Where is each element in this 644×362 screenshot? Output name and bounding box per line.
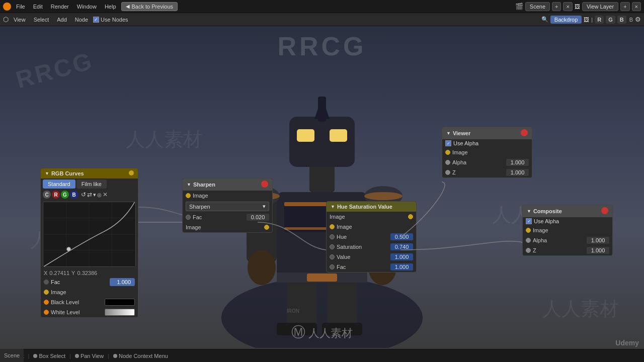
channel-c-btn[interactable]: C [43, 191, 51, 199]
composite-title: Composite [533, 208, 562, 214]
sharpen-icon: ▼ [187, 182, 191, 187]
svg-rect-22 [330, 129, 347, 142]
viewer-alpha-checkbox[interactable]: ✓ [445, 140, 451, 146]
image-input-row: Image [41, 287, 138, 297]
white-level-row: White Level [41, 307, 138, 317]
sharpen-out-label: Image [186, 224, 201, 230]
fac-row: Fac 1.000 [41, 277, 138, 287]
scene-bottom-label: Scene [4, 352, 20, 358]
menu-edit[interactable]: Edit [30, 3, 46, 11]
viewer-z-socket [445, 170, 450, 175]
menu-render[interactable]: Render [48, 3, 72, 11]
sharpen-fac-value[interactable]: 0.020 [247, 214, 269, 221]
sharpen-fac-row: Fac 0.020 [183, 212, 272, 222]
viewer-icon: ▼ [446, 131, 451, 136]
viewer-node-btn [521, 129, 528, 137]
curve-delete[interactable]: ✕ [103, 191, 108, 198]
composite-image-label: Image [533, 227, 548, 233]
remove-scene-icon[interactable]: × [563, 2, 572, 11]
menu-file[interactable]: File [13, 3, 28, 11]
toolbar-select[interactable]: Select [31, 16, 52, 24]
use-nodes-checkbox[interactable]: ✓ [93, 17, 99, 23]
hue-sat-image-out: Image [327, 212, 416, 222]
curve-graph[interactable] [43, 202, 136, 267]
toolbar-node[interactable]: Node [72, 16, 91, 24]
composite-alpha-input-label: Alpha [533, 237, 547, 243]
reset-icon[interactable]: ↺ [81, 191, 86, 198]
channel-r-curve-btn[interactable]: R [52, 191, 60, 199]
mirror-icon[interactable]: ⇄ [87, 191, 92, 198]
status-box-select[interactable]: Box Select [33, 353, 65, 359]
channel-r-btn[interactable]: R [595, 16, 604, 24]
saturation-row: Saturation 0.740 [327, 242, 416, 252]
back-to-previous-button[interactable]: ◀ Back to Previous [121, 2, 178, 11]
viewer-use-alpha[interactable]: ✓ Use Alpha [442, 139, 532, 147]
sharpen-title: Sharpen [193, 182, 215, 188]
hue-sat-image-label: Image [337, 224, 352, 230]
more-options[interactable]: ▾ [93, 192, 96, 198]
viewer-z-row: Z 1.000 [442, 167, 532, 177]
sharpen-filter-select[interactable]: Sharpen ▾ [186, 202, 269, 211]
composite-alpha-checkbox[interactable]: ✓ [526, 218, 532, 224]
black-level-swatch[interactable] [105, 299, 135, 306]
box-select-label: Box Select [39, 353, 65, 359]
value-value[interactable]: 1.000 [390, 253, 413, 260]
viewer-alpha-value[interactable]: 1.000 [506, 159, 529, 166]
hue-sat-image-out-label: Image [330, 214, 345, 220]
channel-g-btn[interactable]: G [606, 16, 615, 24]
channel-g-curve-btn[interactable]: G [61, 191, 69, 199]
image-icon: 🖼 [584, 17, 589, 23]
hue-saturation-panel: ▼ Hue Saturation Value Image Image Hue 0… [326, 201, 417, 273]
scene-label-bottom: Scene [0, 349, 24, 362]
settings-icon[interactable]: ⚙ [635, 16, 641, 23]
svg-point-34 [67, 247, 71, 251]
menu-help[interactable]: Help [102, 3, 119, 11]
viewer-z-value[interactable]: 1.000 [506, 169, 529, 176]
sharpen-image-label: Image [193, 193, 208, 199]
use-nodes-toggle[interactable]: ✓ Use Nodes [93, 17, 128, 23]
svg-rect-21 [297, 129, 314, 142]
scene-selector[interactable]: Scene [525, 2, 550, 11]
saturation-value[interactable]: 0.740 [390, 243, 413, 250]
hue-sat-fac-value[interactable]: 1.000 [390, 263, 413, 270]
fac-value[interactable]: 1.000 [110, 278, 135, 286]
white-level-swatch[interactable] [105, 309, 135, 316]
tab-standard[interactable]: Standard [43, 179, 75, 189]
channel-b-btn[interactable]: B [617, 16, 626, 24]
menu-window[interactable]: Window [74, 3, 100, 11]
pan-view-dot [75, 354, 79, 358]
node-editor-toolbar: ⬡ View Select Add Node ✓ Use Nodes 🔍 Bac… [0, 13, 644, 26]
status-node-context[interactable]: Node Context Menu [113, 353, 168, 359]
x-value: 0.27411 [49, 270, 69, 276]
fac-label: Fac [51, 279, 60, 285]
composite-use-alpha[interactable]: ✓ Use Alpha [523, 217, 612, 225]
clip-icon[interactable]: ◎ [97, 192, 102, 198]
add-layer-icon[interactable]: + [620, 2, 629, 11]
tab-filmlike[interactable]: Film like [76, 179, 107, 189]
toolbar-add[interactable]: Add [54, 16, 70, 24]
composite-alpha-value[interactable]: 1.000 [587, 237, 609, 244]
backdrop-button[interactable]: Backdrop [550, 16, 582, 24]
sharpen-image-out: Image [183, 222, 272, 232]
svg-rect-26 [307, 274, 337, 282]
saturation-socket [330, 244, 335, 249]
node-editor-viewport[interactable]: RRCG RRCG RRCG RRCG RRCG RRCG RRCG 人人素材 … [0, 26, 644, 362]
hue-sat-fac-label: Fac [337, 264, 346, 270]
channel-b-curve-btn[interactable]: B [70, 191, 78, 199]
value-label: Value [337, 254, 350, 260]
hue-value[interactable]: 0.500 [390, 233, 413, 240]
viewer-image-label: Image [452, 149, 468, 155]
add-scene-icon[interactable]: + [552, 2, 561, 11]
remove-layer-icon[interactable]: × [632, 2, 641, 11]
image-input-socket [44, 290, 49, 295]
toolbar-view[interactable]: View [11, 16, 29, 24]
watermark-4: RRCG [536, 86, 604, 109]
hue-label: Hue [337, 234, 347, 240]
status-pan-view[interactable]: Pan View [75, 353, 104, 359]
blender-icon [3, 3, 11, 11]
composite-z-value[interactable]: 1.000 [587, 247, 609, 254]
view-layer-selector[interactable]: View Layer [582, 2, 618, 11]
black-level-row: Black Level [41, 297, 138, 307]
box-select-dot [33, 354, 37, 358]
viewer-alpha-label: Use Alpha [453, 140, 478, 146]
